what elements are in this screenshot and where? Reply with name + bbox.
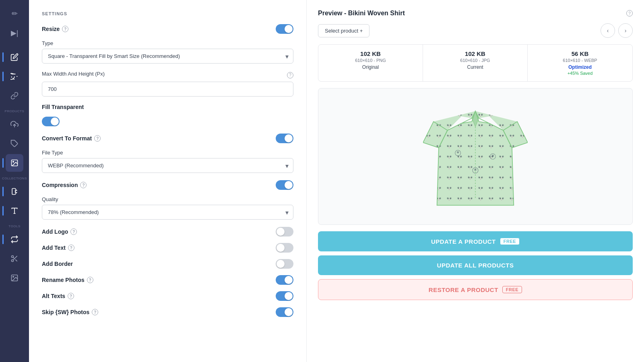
compression-row: Compression ? [42,180,293,190]
photo2-icon[interactable] [6,269,23,287]
file-card-original: 102 KB 610×610 - PNG Original [318,45,423,81]
resize-toggle[interactable] [276,24,293,34]
add-logo-toggle[interactable] [276,227,293,237]
convert-format-help-icon[interactable]: ? [94,135,101,142]
max-wh-row: Max Width And Height (Px) ? [42,71,293,79]
image-icon[interactable] [6,154,23,172]
file-type-group: File Type WEBP (Recommended) PNG JPG [42,150,293,173]
pencil-icon[interactable]: ✏ [6,5,23,23]
preview-panel: Preview - Bikini Woven Shirt ? Select pr… [307,0,644,362]
link-icon[interactable] [6,87,23,105]
product-shirt-image [423,100,528,213]
optimized-dims: 610×610 - WEBP [533,58,627,63]
add-border-row: Add Border [42,259,293,269]
svg-point-23 [457,151,459,153]
add-text-label: Add Text ? [42,245,74,251]
scissors-icon[interactable] [6,250,23,267]
type-label: Type [42,40,293,46]
upload-icon[interactable] [6,115,23,133]
select-product-button[interactable]: Select product + [318,24,369,37]
next-product-button[interactable]: › [618,23,633,38]
file-type-select-wrapper: WEBP (Recommended) PNG JPG [42,158,293,173]
product-image-container [318,88,633,225]
max-wh-input[interactable] [42,82,293,97]
nav-buttons: ‹ › [601,23,633,38]
rename-photos-toggle[interactable] [276,275,293,285]
restore-badge: FREE [502,286,522,293]
edit-pen-icon[interactable] [6,48,23,66]
optimized-size: 56 KB [533,50,627,57]
preview-header: Preview - Bikini Woven Shirt ? [318,10,633,17]
fill-transparent-row: Fill Transparent [42,104,293,110]
quality-select[interactable]: 78% (Recommended) 60% 90% 100% [42,205,293,220]
original-dims: 610×610 - PNG [323,58,418,63]
collections-braces-icon[interactable] [6,183,23,200]
tools-arrows-icon[interactable] [6,230,23,248]
next-icon[interactable]: ▶| [6,24,23,42]
add-border-label: Add Border [42,261,73,267]
translate-icon[interactable] [6,68,23,85]
product-selector-row: Select product + ‹ › [318,23,633,38]
resize-help-icon[interactable]: ? [62,26,68,32]
max-wh-group: Max Width And Height (Px) ? [42,71,293,97]
restore-product-label: RESTORE A PRODUCT [429,286,498,293]
alt-texts-label: Alt Texts ? [42,293,74,299]
collections-braces2-icon[interactable] [6,202,23,220]
skip-photos-toggle[interactable] [276,307,293,317]
fill-transparent-label: Fill Transparent [42,104,84,110]
alt-texts-row: Alt Texts ? [42,291,293,301]
current-status: Current [428,64,522,70]
file-type-select[interactable]: WEBP (Recommended) PNG JPG [42,158,293,173]
products-label: PRODUCTS [0,109,29,113]
optimized-saved: +45% Saved [533,71,627,76]
svg-point-3 [13,161,14,162]
fill-transparent-toggle[interactable] [42,117,60,126]
type-select-wrapper: Square - Transparent Fill by Smart Size … [42,49,293,64]
original-status: Original [323,64,418,70]
rename-photos-row: Rename Photos ? [42,275,293,285]
rename-photos-help-icon[interactable]: ? [87,277,93,283]
update-product-button[interactable]: UPDATE A PRODUCT FREE [318,231,633,251]
update-product-label: UPDATE A PRODUCT [431,238,496,245]
update-product-badge: FREE [500,238,520,245]
alt-texts-help-icon[interactable]: ? [68,293,74,299]
current-size: 102 KB [428,50,522,57]
compression-help-icon[interactable]: ? [80,182,87,188]
preview-title: Preview - Bikini Woven Shirt [318,10,405,17]
current-dims: 610×610 - JPG [428,58,522,63]
restore-product-button[interactable]: RESTORE A PRODUCT FREE [318,279,633,300]
collections-label: COLLECTIONS [0,177,29,180]
original-size: 102 KB [323,50,418,57]
add-text-help-icon[interactable]: ? [68,245,74,251]
skip-photos-label: Skip {SW} Photos ? [42,309,98,315]
add-logo-row: Add Logo ? [42,227,293,237]
compression-toggle[interactable] [276,180,293,190]
select-product-label: Select product + [325,28,363,34]
settings-panel: SETTINGS Resize ? Type Square - Transpar… [29,0,307,362]
add-logo-help-icon[interactable]: ? [70,228,77,235]
tools-label: TOOLS [0,224,29,228]
add-border-toggle[interactable] [276,259,293,269]
tag-icon[interactable] [6,135,23,152]
max-wh-help-icon[interactable]: ? [287,72,293,78]
alt-texts-toggle[interactable] [276,291,293,301]
svg-point-7 [12,260,14,262]
preview-help-icon[interactable]: ? [626,10,633,16]
svg-point-27 [474,169,476,171]
svg-point-25 [492,155,494,157]
add-text-toggle[interactable] [276,243,293,253]
prev-product-button[interactable]: ‹ [601,23,615,38]
svg-line-10 [13,257,14,259]
resize-label: Resize ? [42,26,68,32]
convert-format-toggle[interactable] [276,134,293,143]
optimized-status: Optimized [533,64,627,70]
quality-select-wrapper: 78% (Recommended) 60% 90% 100% [42,205,293,220]
convert-format-label: Convert To Format ? [42,135,101,142]
skip-photos-help-icon[interactable]: ? [92,309,98,315]
update-all-button[interactable]: UPDATE ALL PRODUCTS [318,255,633,275]
skip-photos-row: Skip {SW} Photos ? [42,307,293,317]
update-all-label: UPDATE ALL PRODUCTS [437,262,514,269]
type-select[interactable]: Square - Transparent Fill by Smart Size … [42,49,293,64]
resize-row: Resize ? [42,24,293,34]
file-info-row: 102 KB 610×610 - PNG Original 102 KB 610… [318,44,633,82]
